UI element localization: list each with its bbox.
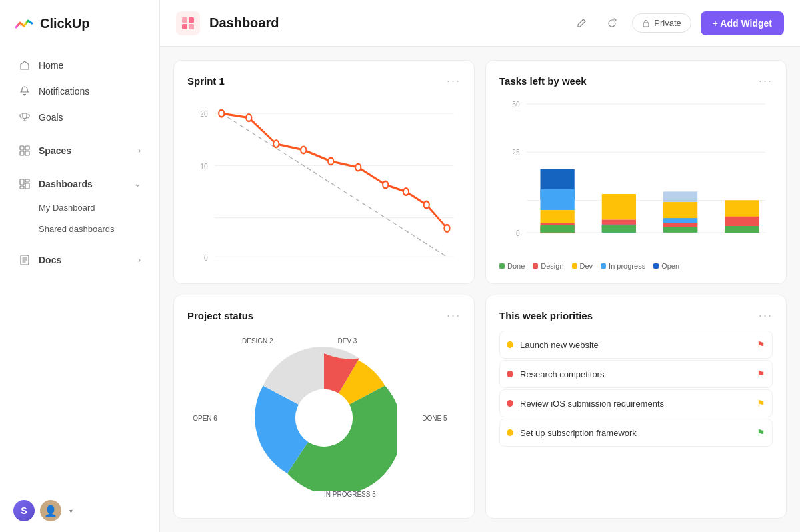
legend-done: Done [499,262,525,270]
page-title: Dashboard [209,15,279,31]
project-menu[interactable]: ··· [447,309,461,323]
dashboard-grid: Sprint 1 ··· 20 10 0 [160,47,800,532]
svg-point-22 [219,110,224,117]
legend-inprogress-dot [601,263,606,269]
legend-open-dot [653,263,659,269]
sidebar-item-spaces[interactable]: Spaces › [5,138,154,163]
priority-flag-1: ⚑ [757,339,765,350]
svg-point-31 [444,225,449,231]
legend-open: Open [653,262,679,270]
priority-text-2: Research competitors [520,369,604,379]
legend-done-label: Done [507,262,525,270]
svg-point-25 [301,147,306,153]
svg-line-21 [221,113,447,257]
svg-rect-47 [602,225,636,233]
legend-design-label: Design [541,262,563,270]
priority-list: Launch new website ⚑ Research competitor… [499,331,773,505]
svg-rect-11 [182,24,187,29]
priority-flag-2: ⚑ [757,369,765,379]
dashboards-section: Dashboards ⌄ My Dashboard Shared dashboa… [0,171,159,239]
priorities-menu[interactable]: ··· [759,309,773,323]
sidebar-item-my-dashboard[interactable]: My Dashboard [5,197,154,218]
bell-icon [19,85,31,97]
svg-rect-52 [663,227,697,232]
svg-point-26 [328,158,333,165]
sprint-title: Sprint 1 [187,75,225,87]
logo-text: ClickUp [40,16,89,31]
pie-label-dev: DEV 3 [338,337,357,345]
sidebar-item-goals-label: Goals [39,112,63,123]
svg-rect-62 [725,226,759,233]
svg-text:0: 0 [516,229,520,237]
tasks-menu[interactable]: ··· [759,74,773,88]
legend-design-dot [533,263,538,269]
priorities-title: This week priorities [499,310,593,321]
pie-label-inprogress: IN PROGRESS 5 [324,491,376,498]
tasks-widget-header: Tasks left by week ··· [499,74,773,88]
chart-legend: Done Design Dev In progress [499,262,773,270]
user-menu-chevron[interactable]: ▾ [69,507,73,515]
svg-rect-0 [20,146,24,150]
avatar-initial[interactable]: S [13,500,35,521]
logo[interactable]: ClickUp [0,0,159,47]
priority-item-2[interactable]: Research competitors ⚑ [499,360,773,388]
priority-item-4[interactable]: Set up subscription framework ⚑ [499,419,773,447]
svg-point-27 [355,164,361,171]
svg-rect-10 [189,17,194,23]
clickup-logo-icon [13,13,35,34]
priority-text-4: Set up subscription framework [520,428,637,438]
sprint-menu[interactable]: ··· [447,74,461,88]
refresh-button[interactable] [601,13,623,34]
edit-button[interactable] [571,13,592,34]
priority-item-1[interactable]: Launch new website ⚑ [499,331,773,359]
svg-rect-3 [25,151,29,155]
privacy-button[interactable]: Private [632,13,691,33]
dashboards-icon [19,178,31,190]
svg-rect-48 [663,191,697,202]
sidebar-nav: Home Notifications Goals Spaces [0,47,159,489]
sidebar-item-home[interactable]: Home [5,53,154,78]
pie-chart-area: DEV 3 DESIGN 2 DONE 5 IN PROGRESS 5 OPEN… [187,331,461,505]
pie-label-open: OPEN 6 [193,414,217,421]
priority-left-3: Review iOS submission requirements [507,399,664,409]
sidebar-item-notifications[interactable]: Notifications [5,79,154,104]
docs-icon [19,254,31,266]
sidebar-item-docs[interactable]: Docs › [5,247,154,273]
spaces-chevron-icon: › [138,146,141,155]
svg-rect-6 [25,183,29,189]
svg-point-24 [273,141,279,147]
sidebar-item-dashboards[interactable]: Dashboards ⌄ [5,171,154,197]
sprint-widget-header: Sprint 1 ··· [187,74,461,88]
priority-left-4: Set up subscription framework [507,428,637,438]
dashboards-label: Dashboards [39,179,93,189]
sidebar-item-home-label: Home [39,60,63,71]
tasks-widget: Tasks left by week ··· 50 25 0 [485,60,787,284]
docs-label: Docs [39,255,61,265]
sidebar-item-shared-dashboards[interactable]: Shared dashboards [5,219,154,239]
sidebar-item-goals[interactable]: Goals [5,105,154,130]
svg-rect-44 [602,194,636,220]
avatar-photo[interactable]: 👤 [40,500,61,521]
shared-dashboards-label: Shared dashboards [39,224,114,234]
svg-rect-1 [25,146,29,150]
priority-dot-1 [507,341,513,348]
svg-rect-13 [643,23,649,27]
priority-item-3[interactable]: Review iOS submission requirements ⚑ [499,389,773,417]
svg-rect-60 [725,201,759,217]
spaces-section: Spaces › [0,138,159,163]
priorities-widget-header: This week priorities ··· [499,309,773,323]
trophy-icon [19,111,31,123]
legend-dev-label: Dev [580,262,593,270]
priority-text-3: Review iOS submission requirements [520,399,664,409]
priority-dot-3 [507,400,513,407]
sprint-chart: 20 10 0 [187,96,461,270]
svg-rect-9 [182,17,187,23]
add-widget-button[interactable]: + Add Widget [701,11,784,35]
legend-dev-dot [572,263,577,269]
sidebar: ClickUp Home Notifications Goals [0,0,160,532]
svg-text:25: 25 [512,148,519,157]
svg-rect-61 [725,217,759,226]
legend-open-label: Open [661,262,679,270]
svg-rect-4 [20,179,24,185]
legend-in-progress: In progress [601,262,645,270]
